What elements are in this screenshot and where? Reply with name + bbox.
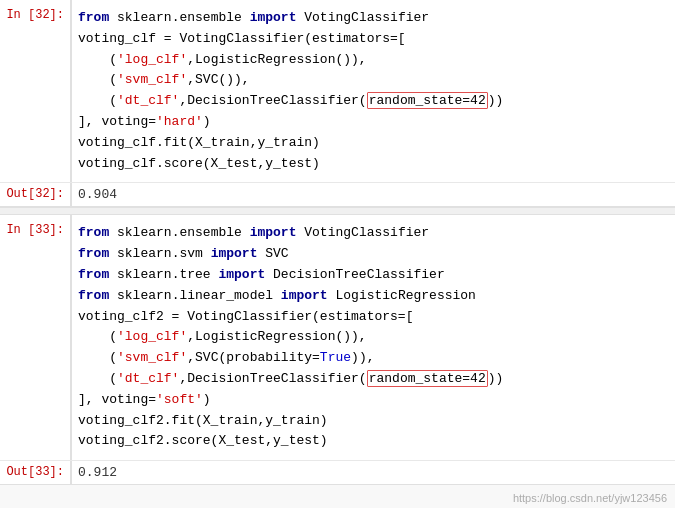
code-text: sklearn.svm <box>109 246 210 261</box>
code-line-2-12: voting_clf2.score(X_test,y_test) <box>78 431 665 452</box>
code-line-2-2: from sklearn.tree import DecisionTreeCla… <box>78 265 665 286</box>
code-text: ,LogisticRegression()), <box>187 52 366 67</box>
code-line-2-1: from sklearn.svm import SVC <box>78 244 665 265</box>
code-text: VotingClassifier <box>296 10 429 25</box>
keyword: from <box>78 246 109 261</box>
cell-code-0[interactable]: from sklearn.ensemble import VotingClass… <box>70 0 675 182</box>
code-line-2-5: voting_clf2 = VotingClassifier(estimator… <box>78 307 665 328</box>
string-literal: 'dt_clf' <box>117 93 179 108</box>
code-text: LogisticRegression <box>328 288 476 303</box>
code-text: voting_clf2.score(X_test,y_test) <box>78 433 328 448</box>
code-line-0-6: ], voting='hard') <box>78 112 665 133</box>
param-highlight: random_state=42 <box>367 92 488 109</box>
code-text: ,DecisionTreeClassifier( <box>179 93 366 108</box>
string-literal: 'log_clf' <box>117 329 187 344</box>
code-line-0-2: voting_clf = VotingClassifier(estimators… <box>78 29 665 50</box>
watermark: https://blog.csdn.net/yjw123456 <box>513 492 667 504</box>
code-text: ], voting= <box>78 392 156 407</box>
code-text: SVC <box>257 246 288 261</box>
code-text: )), <box>351 350 374 365</box>
code-line-2-7: ('svm_clf',SVC(probability=True)), <box>78 348 665 369</box>
code-line-2-0: from sklearn.ensemble import VotingClass… <box>78 223 665 244</box>
code-text: ( <box>78 371 117 386</box>
code-line-2-8: ('dt_clf',DecisionTreeClassifier(random_… <box>78 369 665 390</box>
input-cell-0: In [32]:from sklearn.ensemble import Vot… <box>0 0 675 183</box>
code-text: ], voting= <box>78 114 156 129</box>
code-text: DecisionTreeClassifier <box>265 267 444 282</box>
code-line-0-8: voting_clf.fit(X_train,y_train) <box>78 133 665 154</box>
keyword: from <box>78 225 109 240</box>
output-cell-3: Out[33]:0.912 <box>0 461 675 485</box>
code-text: sklearn.ensemble <box>109 10 249 25</box>
keyword: from <box>78 288 109 303</box>
code-text: ) <box>203 392 211 407</box>
code-line-2-11: voting_clf2.fit(X_train,y_train) <box>78 411 665 432</box>
code-text: sklearn.tree <box>109 267 218 282</box>
code-text: ( <box>78 72 117 87</box>
code-line-2-3: from sklearn.linear_model import Logisti… <box>78 286 665 307</box>
code-text: voting_clf2.fit(X_train,y_train) <box>78 413 328 428</box>
code-text: ( <box>78 93 117 108</box>
code-text: ) <box>203 114 211 129</box>
cell-separator <box>0 207 675 215</box>
code-text: ,SVC(probability= <box>187 350 320 365</box>
code-text: )) <box>488 93 504 108</box>
code-text: ,DecisionTreeClassifier( <box>179 371 366 386</box>
keyword: import <box>211 246 258 261</box>
keyword: import <box>250 10 297 25</box>
code-text: voting_clf.fit(X_train,y_train) <box>78 135 320 150</box>
bool-value: True <box>320 350 351 365</box>
output-prompt-1: Out[32]: <box>0 183 70 206</box>
keyword: from <box>78 10 109 25</box>
notebook: In [32]:from sklearn.ensemble import Vot… <box>0 0 675 485</box>
keyword: import <box>250 225 297 240</box>
code-text: voting_clf = VotingClassifier(estimators… <box>78 31 406 46</box>
code-text: sklearn.linear_model <box>109 288 281 303</box>
string-literal: 'soft' <box>156 392 203 407</box>
code-text: voting_clf2 = VotingClassifier(estimator… <box>78 309 413 324</box>
string-literal: 'log_clf' <box>117 52 187 67</box>
code-text: ( <box>78 52 117 67</box>
code-text: ,LogisticRegression()), <box>187 329 366 344</box>
cell-prompt-0: In [32]: <box>0 0 70 182</box>
code-text: voting_clf.score(X_test,y_test) <box>78 156 320 171</box>
code-line-0-4: ('svm_clf',SVC()), <box>78 70 665 91</box>
code-line-2-9: ], voting='soft') <box>78 390 665 411</box>
keyword: import <box>218 267 265 282</box>
code-line-0-9: voting_clf.score(X_test,y_test) <box>78 154 665 175</box>
code-line-0-5: ('dt_clf',DecisionTreeClassifier(random_… <box>78 91 665 112</box>
code-text: ,SVC()), <box>187 72 249 87</box>
string-literal: 'dt_clf' <box>117 371 179 386</box>
code-text: ( <box>78 329 117 344</box>
input-cell-2: In [33]:from sklearn.ensemble import Vot… <box>0 215 675 461</box>
code-line-2-6: ('log_clf',LogisticRegression()), <box>78 327 665 348</box>
keyword: import <box>281 288 328 303</box>
code-text: sklearn.ensemble <box>109 225 249 240</box>
code-text: VotingClassifier <box>296 225 429 240</box>
string-literal: 'svm_clf' <box>117 350 187 365</box>
code-text: )) <box>488 371 504 386</box>
param-highlight: random_state=42 <box>367 370 488 387</box>
string-literal: 'hard' <box>156 114 203 129</box>
keyword: from <box>78 267 109 282</box>
output-prompt-3: Out[33]: <box>0 461 70 484</box>
output-value-3: 0.912 <box>70 461 675 484</box>
code-text: ( <box>78 350 117 365</box>
string-literal: 'svm_clf' <box>117 72 187 87</box>
cell-code-2[interactable]: from sklearn.ensemble import VotingClass… <box>70 215 675 460</box>
output-value-1: 0.904 <box>70 183 675 206</box>
output-cell-1: Out[32]:0.904 <box>0 183 675 207</box>
cell-prompt-2: In [33]: <box>0 215 70 460</box>
code-line-0-0: from sklearn.ensemble import VotingClass… <box>78 8 665 29</box>
code-line-0-3: ('log_clf',LogisticRegression()), <box>78 50 665 71</box>
